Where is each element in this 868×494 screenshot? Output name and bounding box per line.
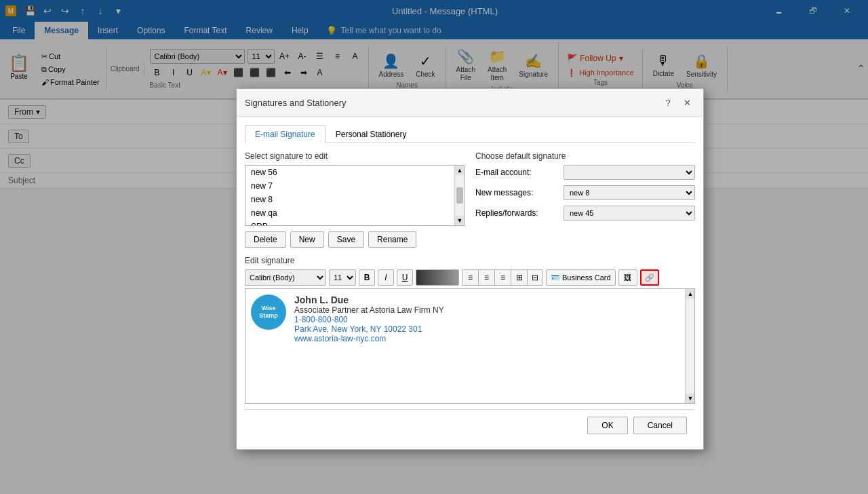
editor-scroll-track	[686, 299, 694, 394]
dialog-footer: OK Cancel	[245, 409, 695, 441]
sig-italic-button[interactable]: I	[378, 269, 394, 286]
email-account-label: E-mail account:	[475, 168, 564, 177]
tab-personal-stationery[interactable]: Personal Stationery	[326, 125, 417, 143]
sig-size-select[interactable]: 11	[329, 269, 356, 286]
scroll-up-button[interactable]: ▲	[455, 166, 465, 175]
sig-job-title: Associate Partner at Astoria Law Firm NY	[294, 305, 444, 315]
sig-phone: 1-800-800-800	[294, 315, 444, 324]
email-account-select[interactable]	[564, 165, 695, 180]
select-sig-label: Select signature to edit	[245, 151, 465, 161]
signatures-dialog: Signatures and Stationery ? ✕ E-mail Sig…	[236, 88, 704, 450]
sig-underline-button[interactable]: U	[397, 269, 413, 286]
cancel-button[interactable]: Cancel	[633, 417, 687, 434]
sig-list-scrollbar: ▲ ▼	[454, 166, 464, 225]
align-left-sig-button[interactable]: ≡	[462, 269, 478, 286]
scroll-down-button[interactable]: ▼	[455, 216, 465, 225]
business-card-icon: 🪪	[551, 273, 560, 282]
sig-list-container: new 56 new 7 new 8 new qa SRP yuval ▲ ▼	[245, 165, 465, 226]
dialog-tab-bar: E-mail Signature Personal Stationery	[245, 125, 695, 143]
sig-font-select[interactable]: Calibri (Body)	[245, 269, 326, 286]
editor-scrollbar: ▲ ▼	[685, 289, 694, 403]
align-extra-button[interactable]: ⊟	[527, 269, 543, 286]
new-button[interactable]: New	[290, 231, 324, 248]
sig-logo-text: WiseStamp	[259, 305, 278, 320]
sig-item-srp[interactable]: SRP	[245, 220, 464, 225]
tab-email-signature[interactable]: E-mail Signature	[245, 125, 326, 143]
business-card-label: Business Card	[562, 273, 611, 282]
dialog-title-bar: Signatures and Stationery ? ✕	[237, 89, 703, 117]
sig-bold-button[interactable]: B	[359, 269, 375, 286]
ok-button[interactable]: OK	[587, 417, 627, 434]
edit-sig-label: Edit signature	[245, 256, 695, 265]
dialog-title: Signatures and Stationery	[245, 98, 347, 108]
sig-item-new8[interactable]: new 8	[245, 193, 464, 206]
dialog-body: E-mail Signature Personal Stationery Sel…	[237, 117, 703, 449]
business-card-button[interactable]: 🪪 Business Card	[546, 269, 616, 286]
dialog-controls: ? ✕	[660, 94, 695, 111]
replies-forwards-row: Replies/forwards: new 45	[475, 206, 695, 221]
new-messages-row: New messages: new 8	[475, 185, 695, 200]
align-right-sig-button[interactable]: ≡	[494, 269, 511, 286]
edit-sig-section: Edit signature Calibri (Body) 11 B I U ≡…	[245, 256, 695, 404]
sig-address: Park Ave, New York, NY 10022 301	[294, 324, 444, 334]
rename-button[interactable]: Rename	[368, 231, 416, 248]
editor-scroll-down[interactable]: ▼	[686, 394, 695, 403]
sig-text: John L. Due Associate Partner at Astoria…	[294, 294, 444, 343]
sig-content: WiseStamp John L. Due Associate Partner …	[251, 294, 689, 343]
insert-hyperlink-button[interactable]: 🔗	[640, 269, 659, 286]
dialog-two-col: Select signature to edit new 56 new 7 ne…	[245, 151, 695, 248]
new-messages-select[interactable]: new 8	[564, 185, 695, 200]
sig-list[interactable]: new 56 new 7 new 8 new qa SRP yuval	[245, 166, 464, 225]
sig-item-new7[interactable]: new 7	[245, 179, 464, 193]
align-center-sig-button[interactable]: ≡	[478, 269, 494, 286]
sig-right: Choose default signature E-mail account:…	[475, 151, 695, 248]
save-button[interactable]: Save	[328, 231, 364, 248]
scroll-track	[455, 175, 464, 216]
default-sig-section: E-mail account: New messages: new 8 Repl…	[475, 165, 695, 221]
sig-website: www.astoria-law-nyc.com	[294, 334, 444, 343]
edit-toolbar: Calibri (Body) 11 B I U ≡ ≡ ≡ ⊞ ⊟ 🪪	[245, 269, 695, 286]
align-group: ≡ ≡ ≡ ⊞ ⊟	[462, 269, 543, 286]
replies-forwards-label: Replies/forwards:	[475, 208, 564, 218]
align-zoom-button[interactable]: ⊞	[511, 269, 527, 286]
sig-logo: WiseStamp	[251, 294, 286, 330]
sig-item-new56[interactable]: new 56	[245, 166, 464, 179]
choose-default-label: Choose default signature	[475, 151, 695, 161]
dialog-help-button[interactable]: ?	[660, 94, 676, 111]
sig-left: Select signature to edit new 56 new 7 ne…	[245, 151, 465, 248]
delete-button[interactable]: Delete	[245, 231, 286, 248]
email-account-row: E-mail account:	[475, 165, 695, 180]
insert-image-button[interactable]: 🖼	[618, 269, 637, 286]
font-color-selector[interactable]	[416, 269, 459, 286]
sig-editor[interactable]: WiseStamp John L. Due Associate Partner …	[245, 288, 695, 404]
sig-item-newqa[interactable]: new qa	[245, 206, 464, 220]
sig-action-buttons: Delete New Save Rename	[245, 231, 465, 248]
scroll-thumb[interactable]	[456, 187, 463, 204]
editor-scroll-up[interactable]: ▲	[686, 289, 695, 299]
replies-forwards-select[interactable]: new 45	[564, 206, 695, 221]
dialog-close-button[interactable]: ✕	[679, 94, 695, 111]
new-messages-label: New messages:	[475, 188, 564, 197]
sig-name: John L. Due	[294, 294, 444, 305]
